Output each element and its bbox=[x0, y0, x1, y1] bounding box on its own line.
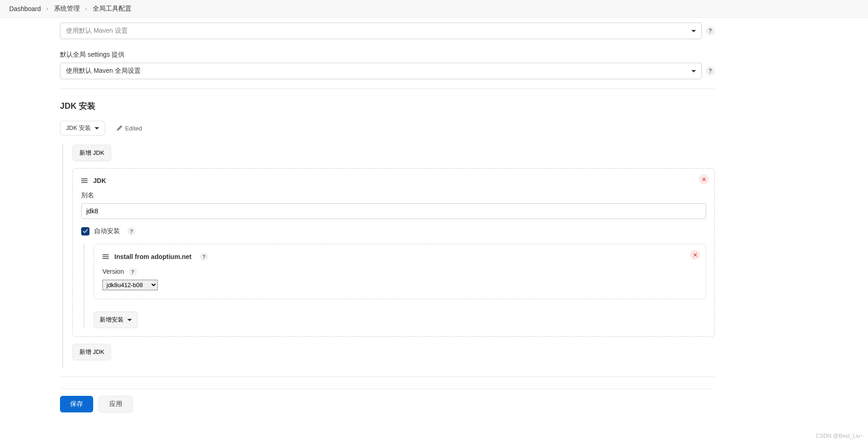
chevron-down-icon bbox=[691, 30, 696, 32]
chevron-right-icon: › bbox=[47, 6, 48, 12]
add-jdk-button-bottom[interactable]: 新增 JDK bbox=[72, 344, 111, 360]
installer-box: ✕ Install from adoptium.net ? Version ? … bbox=[94, 244, 706, 299]
maven-settings-value: 使用默认 Maven 设置 bbox=[66, 27, 128, 35]
save-button[interactable]: 保存 bbox=[60, 396, 93, 412]
chevron-down-icon bbox=[127, 319, 132, 321]
alias-input[interactable] bbox=[81, 203, 706, 219]
jdk-item-box: ✕ JDK 别名 自动安装 ? ✕ bbox=[72, 168, 715, 337]
help-icon[interactable]: ? bbox=[706, 66, 715, 76]
chevron-down-icon bbox=[691, 70, 696, 72]
check-icon bbox=[83, 229, 88, 234]
auto-install-label: 自动安装 bbox=[94, 227, 120, 235]
add-installer-label: 新增安装 bbox=[100, 316, 124, 324]
breadcrumb-item-tools[interactable]: 全局工具配置 bbox=[93, 5, 131, 13]
breadcrumb-item-dashboard[interactable]: Dashboard bbox=[9, 5, 41, 12]
global-settings-value: 使用默认 Maven 全局设置 bbox=[66, 67, 141, 75]
breadcrumb-item-system[interactable]: 系统管理 bbox=[54, 5, 80, 13]
auto-install-checkbox[interactable] bbox=[81, 227, 89, 235]
help-icon[interactable]: ? bbox=[127, 227, 136, 235]
drag-handle-icon[interactable] bbox=[102, 254, 109, 259]
help-icon[interactable]: ? bbox=[706, 26, 715, 35]
divider bbox=[60, 88, 715, 89]
alias-label: 别名 bbox=[81, 191, 706, 200]
breadcrumb: Dashboard › 系统管理 › 全局工具配置 bbox=[0, 0, 868, 18]
jdk-section-title: JDK 安装 bbox=[60, 100, 715, 112]
add-jdk-button-top[interactable]: 新增 JDK bbox=[72, 145, 111, 161]
close-icon: ✕ bbox=[693, 252, 698, 259]
apply-button[interactable]: 应用 bbox=[99, 396, 133, 412]
help-icon[interactable]: ? bbox=[200, 253, 208, 261]
help-icon[interactable]: ? bbox=[129, 268, 137, 276]
divider bbox=[60, 376, 715, 377]
footer-bar: 保存 应用 bbox=[60, 388, 715, 419]
edited-indicator: Edited bbox=[117, 125, 142, 132]
version-select[interactable]: jdk8u412-b08 bbox=[102, 280, 158, 290]
drag-handle-icon[interactable] bbox=[81, 178, 88, 183]
edited-label-text: Edited bbox=[125, 125, 142, 132]
chevron-down-icon bbox=[95, 127, 99, 129]
close-icon: ✕ bbox=[702, 176, 707, 183]
global-settings-select[interactable]: 使用默认 Maven 全局设置 bbox=[60, 63, 702, 79]
delete-installer-button[interactable]: ✕ bbox=[690, 250, 700, 260]
maven-settings-select[interactable]: 使用默认 Maven 设置 bbox=[60, 23, 702, 39]
delete-jdk-button[interactable]: ✕ bbox=[699, 174, 709, 184]
installer-title: Install from adoptium.net bbox=[114, 253, 191, 260]
add-installer-button[interactable]: 新增安装 bbox=[94, 312, 138, 328]
global-settings-label: 默认全局 settings 提供 bbox=[60, 51, 715, 59]
jdk-install-dropdown-label: JDK 安装 bbox=[66, 124, 91, 132]
jdk-install-dropdown[interactable]: JDK 安装 bbox=[60, 121, 105, 135]
jdk-item-title: JDK bbox=[93, 177, 106, 184]
chevron-right-icon: › bbox=[85, 6, 87, 12]
pencil-icon bbox=[117, 125, 122, 131]
version-label: Version bbox=[102, 268, 124, 275]
